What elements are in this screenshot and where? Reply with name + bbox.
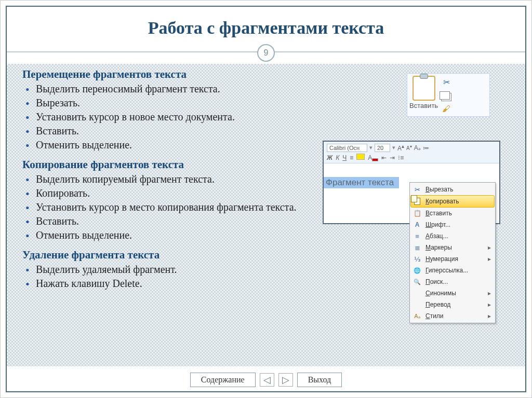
submenu-arrow-icon: ▸ <box>488 255 491 263</box>
context-menu-item[interactable]: Синонимы▸ <box>411 287 494 299</box>
context-menu-item[interactable]: Копировать <box>410 195 495 208</box>
context-menu-item[interactable]: Поиск... <box>411 276 494 287</box>
word-snippet: Calibri (Оcн ▾ 20 ▾ A▴ A▾ Aₐ ≔ Ж К Ч ≡ A <box>323 141 500 224</box>
context-menu-item[interactable]: Вырезать <box>411 184 494 195</box>
context-menu-item[interactable]: Гиперссылка... <box>411 265 494 276</box>
clipboard-ribbon-snippet: Вставить <box>407 73 490 117</box>
context-menu-item[interactable]: Маркеры▸ <box>411 242 494 253</box>
blank-icon <box>413 300 421 309</box>
toolbar-row1: Calibri (Оcн ▾ 20 ▾ A▴ A▾ Aₐ ≔ <box>327 143 496 152</box>
selected-text[interactable]: Фрагмент текста <box>324 177 399 188</box>
styles-icon <box>413 312 421 320</box>
shrink-font-icon[interactable]: A▾ <box>406 144 412 151</box>
para-icon <box>413 232 421 240</box>
font-color-icon[interactable]: A <box>368 154 378 161</box>
context-menu-label: Маркеры <box>425 244 452 251</box>
num-icon <box>413 255 421 263</box>
bullets-icon[interactable]: ⁝≡ <box>398 154 404 161</box>
context-menu-label: Абзац... <box>425 232 448 240</box>
prev-slide-button[interactable]: ◁ <box>260 373 274 387</box>
bullet-list-icon[interactable]: ≔ <box>423 144 429 152</box>
highlight-icon[interactable] <box>356 154 365 161</box>
paste-icon <box>413 76 435 101</box>
title-area: Работа с фрагментами текста <box>7 7 525 38</box>
cut-icon[interactable] <box>441 77 451 87</box>
submenu-arrow-icon: ▸ <box>488 244 491 251</box>
paste-button[interactable]: Вставить <box>409 76 438 109</box>
next-slide-button[interactable]: ▷ <box>278 373 293 387</box>
context-menu-item[interactable]: Стили▸ <box>411 310 494 322</box>
align-center-icon[interactable]: ≡ <box>350 154 353 161</box>
decrease-indent-icon[interactable]: ⇤ <box>381 154 387 161</box>
context-menu-item[interactable]: Шрифт... <box>411 219 494 230</box>
copy-icon[interactable] <box>441 90 451 101</box>
contents-button[interactable]: Содержание <box>190 373 256 387</box>
bold-icon[interactable]: Ж <box>327 154 332 161</box>
context-menu-item[interactable]: Перевод▸ <box>411 299 494 310</box>
toolbar-row2: Ж К Ч ≡ A ⇤ ⇥ ⁝≡ <box>327 154 496 161</box>
mini-toolbar: Calibri (Оcн ▾ 20 ▾ A▴ A▾ Aₐ ≔ Ж К Ч ≡ A <box>324 142 499 163</box>
font-name-selector[interactable]: Calibri (Оcн <box>327 144 367 152</box>
page-number-wrap: 9 <box>7 44 525 62</box>
context-menu-label: Вставить <box>425 210 452 217</box>
context-menu-label: Нумерация <box>425 255 458 263</box>
cut-icon <box>413 185 421 194</box>
context-menu-label: Поиск... <box>425 278 448 285</box>
document-area[interactable]: Фрагмент текста ВырезатьКопироватьВстави… <box>324 163 499 223</box>
italic-icon[interactable]: К <box>336 154 339 161</box>
context-menu-label: Гиперссылка... <box>425 267 468 274</box>
grow-font-icon[interactable]: A▴ <box>397 143 404 152</box>
slide-inner: Работа с фрагментами текста 9 Перемещени… <box>6 6 526 392</box>
search-icon <box>413 278 421 286</box>
context-menu-item[interactable]: Нумерация▸ <box>411 253 494 265</box>
increase-indent-icon[interactable]: ⇥ <box>390 154 395 161</box>
font-size-selector[interactable]: 20 <box>375 144 390 152</box>
page-number: 9 <box>257 44 275 62</box>
footer-nav: Содержание ◁ ▷ Выход <box>7 373 525 387</box>
context-menu-label: Шрифт... <box>425 221 450 228</box>
blank-icon <box>413 289 421 297</box>
clipboard-side <box>441 77 451 114</box>
underline-icon[interactable]: Ч <box>342 154 347 161</box>
submenu-arrow-icon: ▸ <box>488 312 491 320</box>
context-menu-label: Копировать <box>425 198 459 205</box>
page-title: Работа с фрагментами текста <box>7 18 525 38</box>
bullets-icon <box>413 243 421 252</box>
context-menu-item[interactable]: Вставить <box>411 208 494 219</box>
link-icon <box>413 266 421 275</box>
context-menu-label: Вырезать <box>425 186 453 193</box>
context-menu-item[interactable]: Абзац... <box>411 230 494 242</box>
context-menu-label: Синонимы <box>425 290 456 297</box>
copy-icon <box>413 197 421 205</box>
format-painter-icon[interactable] <box>441 104 451 114</box>
exit-button[interactable]: Выход <box>297 373 342 387</box>
paste-icon <box>413 209 421 217</box>
list-item: Вставить. <box>36 124 510 138</box>
context-menu-label: Перевод <box>425 301 450 308</box>
change-case-icon[interactable]: Aₐ <box>414 144 421 152</box>
submenu-arrow-icon: ▸ <box>488 290 491 297</box>
context-menu-label: Стили <box>425 312 444 320</box>
slide: Работа с фрагментами текста 9 Перемещени… <box>0 0 532 398</box>
context-menu: ВырезатьКопироватьВставитьШрифт...Абзац.… <box>409 182 496 323</box>
submenu-arrow-icon: ▸ <box>488 301 491 308</box>
font-icon <box>413 221 421 229</box>
paste-label: Вставить <box>409 102 438 109</box>
